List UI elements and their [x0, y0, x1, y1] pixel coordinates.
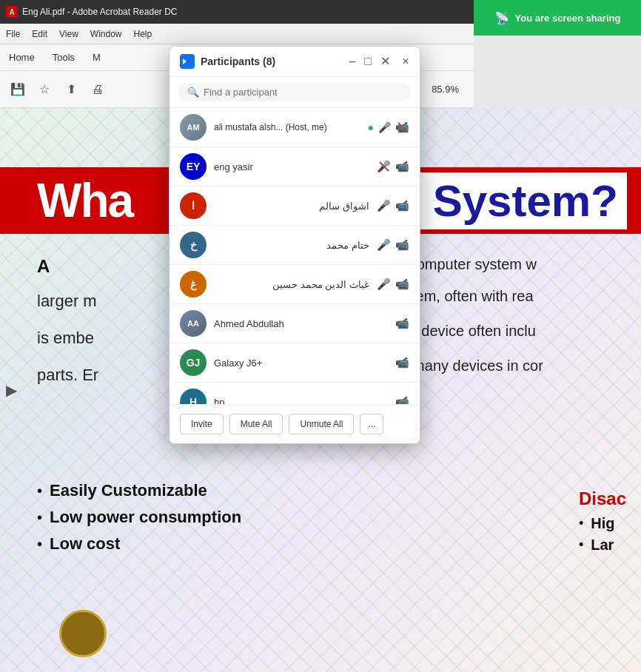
menu-bar: File Edit View Window Help — [0, 24, 474, 44]
mic-muted-icon: 🎤 — [377, 199, 391, 212]
maximize-button[interactable]: □ — [364, 56, 372, 67]
slide-line-embed: is embe — [37, 329, 98, 348]
participant-icons: 🎤 📹 — [377, 199, 409, 212]
title-bar: A Eng Ali.pdf - Adobe Acrobat Reader DC — [0, 0, 474, 24]
menu-file[interactable]: File — [6, 29, 20, 39]
list-item: EY eng yasir 🎤 📹 — [170, 147, 420, 187]
participant-icons: 🎤 📹 — [377, 238, 409, 252]
star-icon[interactable]: ☆ — [36, 81, 53, 98]
avatar: ا — [180, 192, 207, 219]
bullet-3: • Low cost — [37, 534, 241, 554]
video-off-icon: 📹 — [395, 278, 409, 291]
list-item: H hp 📹 — [170, 383, 420, 404]
slide-right-3: ete device often inclu — [397, 323, 626, 340]
avatar: GJ — [180, 349, 207, 376]
detach-button[interactable]: ✕ — [402, 57, 409, 66]
video-off-icon: 📹 — [395, 317, 409, 330]
mic-icon: 🎤 — [378, 121, 391, 133]
panel-controls: – □ ✕ ✕ — [349, 56, 409, 67]
participant-icons: 📹 — [395, 317, 409, 330]
slide-body-right: a computer system w ystem, often with re… — [397, 256, 626, 374]
nav-m[interactable]: M — [93, 52, 101, 63]
search-icon: 🔍 — [187, 87, 199, 98]
slide-line-larger: larger m — [37, 292, 98, 311]
avatar: AM — [180, 114, 207, 141]
slide-line-a: A — [37, 256, 98, 277]
slide-right-1: a computer system w — [397, 256, 626, 273]
video-off-icon: 📹 — [395, 238, 409, 252]
nav-tools[interactable]: Tools — [53, 52, 75, 63]
logo — [59, 610, 107, 657]
app-icon: A — [6, 6, 18, 18]
menu-help[interactable]: Help — [134, 29, 152, 39]
avatar: AA — [180, 310, 207, 337]
save-icon[interactable]: 💾 — [9, 81, 27, 98]
participant-name: غياث الدين محمد حسين — [214, 279, 369, 290]
slide-body-left: A larger m is embe parts. Er — [37, 256, 98, 385]
zoom-app-icon — [180, 54, 195, 69]
video-off-icon: 📹 — [395, 160, 409, 173]
more-options-button[interactable]: ... — [360, 414, 383, 434]
participant-name: Ahmed Abdullah — [214, 318, 388, 329]
svg-line-1 — [380, 162, 389, 171]
slide-line-parts: parts. Er — [37, 366, 98, 385]
screen-sharing-text: You are screen sharing — [515, 13, 621, 24]
search-input[interactable] — [204, 87, 402, 98]
avatar: غ — [180, 271, 207, 298]
prev-page-arrow[interactable]: ▶ — [6, 381, 17, 399]
avatar: خ — [180, 232, 207, 258]
list-item: AM ali mustafa alsh... (Host, me) ● 🎤 📹 — [170, 108, 420, 147]
close-button[interactable]: ✕ — [380, 56, 390, 67]
list-item: خ ختام محمد 🎤 📹 — [170, 226, 420, 265]
participant-list: AM ali mustafa alsh... (Host, me) ● 🎤 📹 … — [170, 108, 420, 404]
list-item: غ غياث الدين محمد حسين 🎤 📹 — [170, 265, 420, 304]
video-off-icon: 📹 — [395, 121, 409, 134]
participant-name: eng yasir — [214, 161, 369, 172]
video-off-icon: 📹 — [395, 199, 409, 212]
search-bar: 🔍 — [170, 77, 420, 108]
participant-icons: ● 🎤 📹 — [368, 121, 409, 134]
upload-icon[interactable]: ⬆ — [62, 81, 80, 98]
host-active-icon: ● — [368, 121, 374, 133]
minimize-button[interactable]: – — [349, 56, 355, 67]
nav-home[interactable]: Home — [9, 52, 35, 63]
bullet-2: • Low power consumption — [37, 508, 241, 527]
print-icon[interactable]: 🖨 — [89, 81, 107, 98]
svg-line-0 — [398, 123, 407, 132]
video-off-icon: 📹 — [395, 356, 409, 369]
slide-bullets: • Easily Customizable • Low power consum… — [37, 481, 241, 554]
bullet-1: • Easily Customizable — [37, 481, 241, 500]
participant-name: ختام محمد — [214, 240, 369, 251]
search-inner: 🔍 — [178, 83, 411, 101]
video-off-icon: 📹 — [395, 395, 409, 404]
screen-sharing-banner: 📡 You are screen sharing — [474, 0, 641, 36]
panel-title-bar: Participants (8) – □ ✕ ✕ — [170, 47, 420, 77]
slide-right-2: ystem, often with rea — [397, 288, 626, 305]
participants-panel: Participants (8) – □ ✕ ✕ 🔍 AM ali mustaf… — [169, 46, 420, 444]
participant-name: ali mustafa alsh... (Host, me) — [214, 122, 360, 132]
list-item: ا اشواق سالم 🎤 📹 — [170, 187, 420, 226]
participant-name: اشواق سالم — [214, 201, 369, 212]
participant-name: hp — [214, 397, 388, 405]
zoom-level: 85.9% — [432, 84, 465, 95]
menu-window[interactable]: Window — [90, 29, 122, 39]
participant-icons: 🎤 📹 — [377, 278, 409, 291]
disadv-item-2: • Lar — [579, 537, 626, 554]
participant-icons: 🎤 📹 — [377, 160, 409, 173]
menu-view[interactable]: View — [59, 29, 78, 39]
slide-right-4: ol many devices in cor — [397, 357, 626, 374]
panel-footer: Invite Mute All Unmute All ... — [170, 404, 420, 443]
mic-muted-icon: 🎤 — [377, 238, 391, 252]
participant-name: Galaxy J6+ — [214, 357, 388, 369]
panel-title-left: Participants (8) — [180, 54, 275, 69]
screen-sharing-icon: 📡 — [494, 11, 509, 25]
mute-all-button[interactable]: Mute All — [229, 414, 283, 434]
menu-edit[interactable]: Edit — [32, 29, 47, 39]
mic-muted-icon: 🎤 — [377, 160, 391, 173]
window-title: Eng Ali.pdf - Adobe Acrobat Reader DC — [22, 7, 177, 17]
invite-button[interactable]: Invite — [180, 414, 224, 434]
avatar: EY — [180, 153, 207, 180]
mic-muted-icon: 🎤 — [377, 278, 391, 291]
unmute-all-button[interactable]: Unmute All — [289, 414, 354, 434]
avatar: H — [180, 389, 207, 404]
